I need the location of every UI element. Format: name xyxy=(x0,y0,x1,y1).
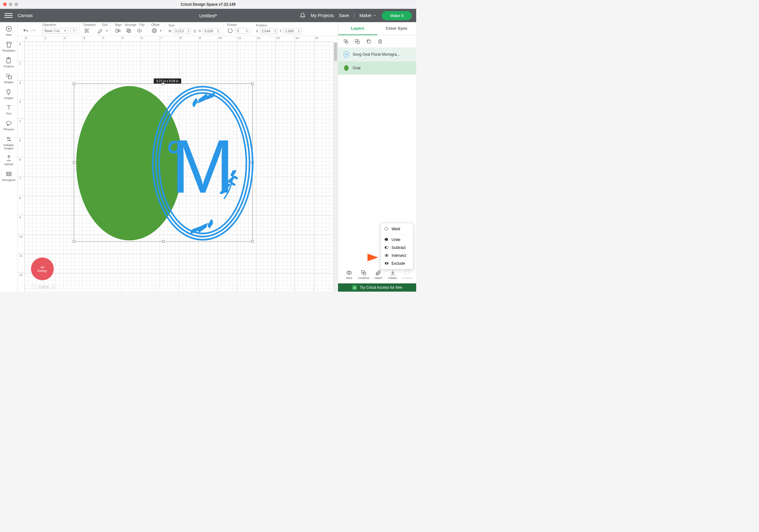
redo-button[interactable] xyxy=(30,28,36,34)
zoom-in-button[interactable]: + xyxy=(51,284,57,290)
layer-row-oval[interactable]: Oval xyxy=(338,61,416,75)
promo-banner[interactable]: a Try Cricut Access for free xyxy=(338,283,416,292)
close-window-icon[interactable] xyxy=(3,3,7,6)
weld-option[interactable]: Weld xyxy=(380,225,413,233)
exclude-option[interactable]: Exclude xyxy=(380,259,413,267)
offset-button[interactable] xyxy=(151,27,157,34)
ungroup-icon[interactable] xyxy=(354,39,360,44)
delete-icon[interactable] xyxy=(377,39,383,44)
combine-button[interactable]: Combine xyxy=(357,269,371,283)
monogram-button[interactable]: Monogram xyxy=(2,171,16,182)
flatten-button[interactable]: Flatten xyxy=(386,269,400,283)
upload-button[interactable]: Upload xyxy=(4,155,13,166)
minimize-window-icon[interactable] xyxy=(9,3,12,6)
attach-button[interactable]: Attach xyxy=(371,269,385,283)
align-label: Align xyxy=(115,23,122,26)
monogram-shape[interactable]: M xyxy=(151,85,254,241)
edit-swatch[interactable] xyxy=(98,27,104,34)
operation-value: Basic Cut xyxy=(45,29,60,33)
y-label: Y xyxy=(280,29,282,33)
intersect-option[interactable]: Intersect xyxy=(380,251,413,259)
traffic-lights[interactable] xyxy=(3,3,18,6)
subtract-option[interactable]: Subtract xyxy=(380,244,413,251)
resize-handle-n[interactable] xyxy=(162,83,164,85)
tab-color-sync[interactable]: Color Sync xyxy=(377,22,417,35)
align-button[interactable] xyxy=(115,27,121,34)
layer-thumb-oval xyxy=(343,64,349,71)
x-input[interactable]: 2.644▲▼ xyxy=(260,28,278,34)
save-button[interactable]: Save xyxy=(339,13,349,18)
notifications-icon[interactable] xyxy=(300,13,305,18)
canvas-label[interactable]: Canvas xyxy=(18,13,33,18)
undo-button[interactable] xyxy=(23,28,28,34)
rotate-value: 0 xyxy=(237,29,239,33)
images-label: Images xyxy=(4,97,14,100)
promo-text: Try Cricut Access for free xyxy=(360,285,402,290)
arrange-button[interactable] xyxy=(126,27,132,34)
tshirt-icon xyxy=(5,41,12,48)
vertical-scrollbar[interactable] xyxy=(333,42,338,292)
unite-icon xyxy=(384,237,389,242)
resize-handle-sw[interactable] xyxy=(73,240,75,243)
svg-point-49 xyxy=(405,270,409,274)
upload-label: Upload xyxy=(4,163,13,166)
rotate-input[interactable]: 0▲▼ xyxy=(235,28,249,33)
combine-icon xyxy=(361,269,367,276)
exclude-label: Exclude xyxy=(391,261,405,266)
scrollbar-thumb[interactable] xyxy=(334,42,337,61)
annotation-arrow-icon xyxy=(344,251,379,264)
templates-button[interactable]: Templates xyxy=(2,41,15,53)
flip-button[interactable] xyxy=(136,27,142,34)
combine-popup-menu: Weld Unite Subtract Intersect Exclude xyxy=(380,223,414,269)
x-label: X xyxy=(256,29,258,33)
height-input[interactable]: 8.038▲▼ xyxy=(203,28,220,34)
make-it-button[interactable]: Make It xyxy=(382,11,412,20)
new-button[interactable]: New xyxy=(5,25,12,37)
y-input[interactable]: 2.806▲▼ xyxy=(284,28,301,34)
unite-option[interactable]: Unite xyxy=(380,236,413,244)
projects-button[interactable]: Projects xyxy=(4,57,14,68)
machine-selector[interactable]: Maker xyxy=(359,13,377,18)
zoom-out-button[interactable]: − xyxy=(31,284,37,290)
shapes-icon xyxy=(5,73,12,80)
attach-label: Attach xyxy=(374,276,382,280)
resize-handle-ne[interactable] xyxy=(251,83,254,85)
lock-aspect-icon[interactable] xyxy=(193,29,197,33)
text-button[interactable]: Text xyxy=(5,104,12,115)
group-icon[interactable] xyxy=(343,39,349,44)
svg-rect-17 xyxy=(128,30,130,33)
slice-icon xyxy=(346,269,352,276)
svg-rect-48 xyxy=(363,272,366,274)
property-toolbar: Operation Basic Cut▼ ? DeselectEdit ▼ Al… xyxy=(18,22,338,36)
duplicate-icon[interactable] xyxy=(366,39,372,44)
help-button[interactable]: ? xyxy=(70,27,77,34)
h-label: H xyxy=(199,29,201,33)
deselect-icon[interactable] xyxy=(84,27,90,34)
slice-label: Slice xyxy=(346,276,352,280)
width-input[interactable]: 9.213▲▼ xyxy=(173,28,191,34)
phrases-button[interactable]: Phrases xyxy=(4,120,14,131)
images-button[interactable]: Images xyxy=(4,89,14,100)
tab-layers[interactable]: Layers xyxy=(338,22,377,35)
selection-size-badge: 9.21 in x 8.04 in xyxy=(154,78,181,84)
resize-handle-nw[interactable] xyxy=(73,83,75,85)
maximize-window-icon[interactable] xyxy=(15,3,18,6)
layer-row-monogram[interactable]: M Sovg Oval Floral Monogra... xyxy=(338,48,416,61)
window-titlebar: Cricut Design Space v7.22.149 xyxy=(0,0,416,9)
w-label: W xyxy=(169,29,172,33)
hamburger-menu-icon[interactable] xyxy=(4,11,13,20)
document-title[interactable]: Untitled* xyxy=(199,13,217,18)
rotate-icon[interactable] xyxy=(227,27,233,34)
operation-select[interactable]: Basic Cut▼ xyxy=(42,28,69,33)
my-projects-link[interactable]: My Projects xyxy=(310,13,334,18)
subtract-icon xyxy=(384,245,389,250)
canvas-area[interactable]: 0123456789101112131415 0123456789101112 … xyxy=(18,36,338,292)
position-label: Position xyxy=(256,24,301,27)
chevron-down-icon xyxy=(373,14,377,18)
layer-label: Oval xyxy=(353,66,361,70)
zoom-value: 100% xyxy=(39,285,49,289)
resize-handle-w[interactable] xyxy=(73,161,75,164)
slice-button[interactable]: Slice xyxy=(342,269,356,283)
shapes-button[interactable]: Shapes xyxy=(4,73,14,84)
editable-images-button[interactable]: Editable Images xyxy=(4,136,14,150)
